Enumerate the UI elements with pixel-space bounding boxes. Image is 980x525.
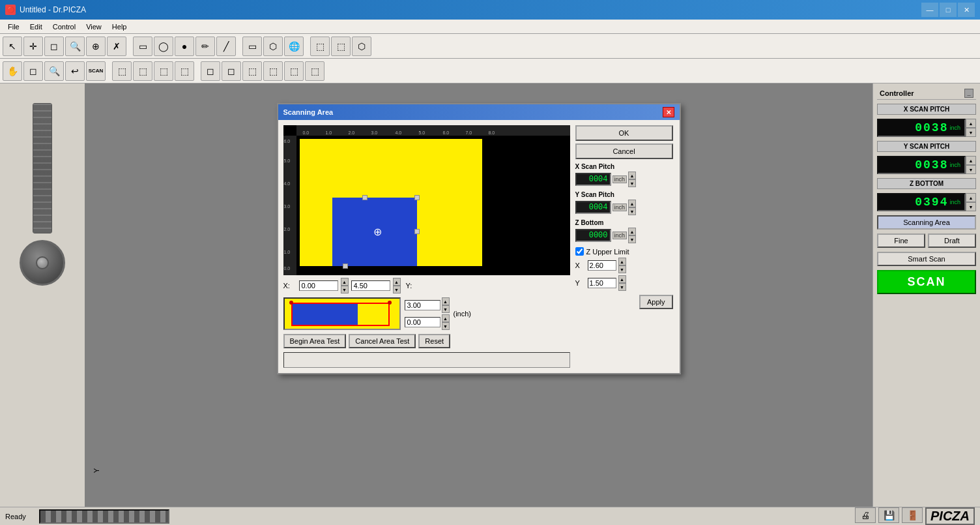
xpitch-panel-up[interactable]: ▲ — [966, 119, 976, 128]
fine-button[interactable]: Fine — [877, 233, 925, 248]
tb-zoom-in[interactable]: 🔍 — [65, 37, 85, 56]
draft-button[interactable]: Draft — [928, 233, 976, 248]
progress-bar — [39, 509, 169, 524]
ypitch-spin-down[interactable]: ▼ — [628, 207, 636, 215]
zbottom-spin-down[interactable]: ▼ — [628, 235, 636, 243]
tb2-b8[interactable]: ⬚ — [263, 61, 283, 81]
tb-line[interactable]: ╱ — [216, 37, 236, 56]
tb2-zoom[interactable]: 🔍 — [44, 61, 64, 81]
scan-button[interactable]: SCAN — [877, 270, 976, 294]
tb2-b4[interactable]: ⬚ — [175, 61, 194, 81]
cancel-area-test-button[interactable]: Cancel Area Test — [349, 334, 416, 348]
zbottom-spin-up[interactable]: ▲ — [628, 228, 636, 235]
toolbar-2: ✋ ◻ 🔍 ↩ SCAN ⬚ ⬚ ⬚ ⬚ ◻ ◻ ⬚ ⬚ ⬚ ⬚ — [0, 59, 980, 83]
tb-rect2[interactable]: ▭ — [133, 37, 152, 56]
zupper-x-label: X — [575, 262, 586, 269]
ypitch-panel-down[interactable]: ▼ — [966, 165, 976, 174]
tb2-hand[interactable]: ✋ — [3, 61, 22, 81]
tb-rect[interactable]: ◻ — [44, 37, 64, 56]
zuy-spin-up[interactable]: ▲ — [618, 275, 626, 283]
tb2-b6[interactable]: ◻ — [222, 61, 241, 81]
dialog-close-button[interactable]: ✕ — [663, 107, 674, 117]
ypitch-panel-up[interactable]: ▲ — [966, 156, 976, 165]
y2-spin-down[interactable]: ▼ — [442, 322, 450, 330]
zux-spin-up[interactable]: ▲ — [618, 258, 626, 265]
tb2-b9[interactable]: ⬚ — [284, 61, 304, 81]
zbottom-panel-up[interactable]: ▲ — [966, 193, 976, 202]
tb-box[interactable]: ▭ — [242, 37, 262, 56]
status-print-icon[interactable]: 🖨 — [855, 507, 876, 523]
x2-spin-up[interactable]: ▲ — [393, 278, 401, 286]
tb2-b1[interactable]: ⬚ — [112, 61, 132, 81]
tb-hex[interactable]: ⬡ — [263, 37, 283, 56]
tb-circle[interactable]: ◯ — [154, 37, 173, 56]
menu-control[interactable]: Control — [48, 22, 81, 32]
tb-move[interactable]: ✛ — [23, 37, 43, 56]
zupper-y-input[interactable] — [588, 278, 616, 288]
y-scan-pitch-input[interactable] — [575, 201, 611, 214]
apply-button[interactable]: Apply — [639, 295, 673, 309]
y2-spin-up[interactable]: ▲ — [442, 314, 450, 322]
dialog-title: Scanning Area — [283, 108, 334, 116]
minimize-button[interactable]: — — [921, 3, 938, 17]
x2-spin-down[interactable]: ▼ — [393, 286, 401, 293]
tb-import[interactable]: ⬚ — [310, 37, 330, 56]
tb-delete[interactable]: ✗ — [107, 37, 126, 56]
xpitch-panel-down[interactable]: ▼ — [966, 128, 976, 137]
y-input-1[interactable] — [405, 300, 440, 310]
zux-spin-down[interactable]: ▼ — [618, 265, 626, 273]
tb2-b2[interactable]: ⬚ — [133, 61, 152, 81]
scanning-area-button[interactable]: Scanning Area — [877, 215, 976, 230]
tb2-b3[interactable]: ⬚ — [154, 61, 173, 81]
ypitch-spin-up[interactable]: ▲ — [628, 200, 636, 207]
xpitch-spin-down[interactable]: ▼ — [628, 179, 636, 187]
status-save-icon[interactable]: 💾 — [878, 507, 899, 523]
y1-spin-up[interactable]: ▲ — [442, 297, 450, 305]
y-scan-pitch-panel-label: Y SCAN PITCH — [877, 141, 976, 152]
begin-area-test-button[interactable]: Begin Area Test — [283, 334, 347, 348]
x-scan-pitch-input[interactable] — [575, 173, 611, 186]
tb-pencil[interactable]: ✏ — [195, 37, 215, 56]
x-scan-pitch-group: X Scan Pitch inch ▲ ▼ — [575, 163, 673, 187]
menu-help[interactable]: Help — [107, 22, 132, 32]
tb2-b7[interactable]: ⬚ — [242, 61, 262, 81]
controller-collapse-button[interactable]: _ — [964, 89, 973, 98]
zbottom-panel-down[interactable]: ▼ — [966, 202, 976, 211]
y-input-2[interactable] — [405, 317, 440, 327]
tb-barcode[interactable]: ⬡ — [352, 37, 371, 56]
tb2-scan[interactable]: SCAN — [86, 61, 106, 81]
menu-edit[interactable]: Edit — [25, 22, 48, 32]
x1-spin-up[interactable]: ▲ — [341, 278, 349, 286]
cancel-button[interactable]: Cancel — [575, 143, 673, 159]
dial-control[interactable] — [20, 240, 65, 286]
menu-view[interactable]: View — [81, 22, 107, 32]
x-input-2[interactable] — [351, 280, 390, 291]
close-button[interactable]: ✕ — [958, 3, 975, 17]
x-input-1[interactable] — [299, 280, 338, 291]
vertical-slider[interactable] — [33, 103, 52, 233]
ok-button[interactable]: OK — [575, 125, 673, 141]
z-upper-limit-checkbox[interactable] — [575, 247, 584, 256]
x-scan-pitch-display-unit: inch — [949, 125, 960, 131]
tb2-rotate[interactable]: ↩ — [65, 61, 85, 81]
maximize-button[interactable]: □ — [940, 3, 957, 17]
tb-export[interactable]: ⬚ — [331, 37, 351, 56]
tb-zoom-fit[interactable]: ⊕ — [86, 37, 106, 56]
x-coord-row: X: ▲ ▼ ▲ ▼ Y: — [283, 275, 570, 296]
tb2-b5[interactable]: ◻ — [201, 61, 220, 81]
x1-spin-down[interactable]: ▼ — [341, 286, 349, 293]
reset-button[interactable]: Reset — [418, 334, 450, 348]
tb2-b10[interactable]: ⬚ — [305, 61, 324, 81]
tb2-select2[interactable]: ◻ — [23, 61, 43, 81]
xpitch-spin-up[interactable]: ▲ — [628, 172, 636, 179]
smart-scan-button[interactable]: Smart Scan — [877, 252, 976, 266]
y1-spin-down[interactable]: ▼ — [442, 305, 450, 313]
zupper-x-input[interactable] — [588, 260, 616, 271]
tb-select[interactable]: ↖ — [3, 37, 22, 56]
status-exit-icon[interactable]: 🚪 — [902, 507, 923, 523]
z-bottom-input[interactable] — [575, 229, 611, 242]
menu-file[interactable]: File — [3, 22, 25, 32]
tb-fill[interactable]: ● — [175, 37, 194, 56]
tb-globe[interactable]: 🌐 — [284, 37, 304, 56]
zuy-spin-down[interactable]: ▼ — [618, 283, 626, 291]
